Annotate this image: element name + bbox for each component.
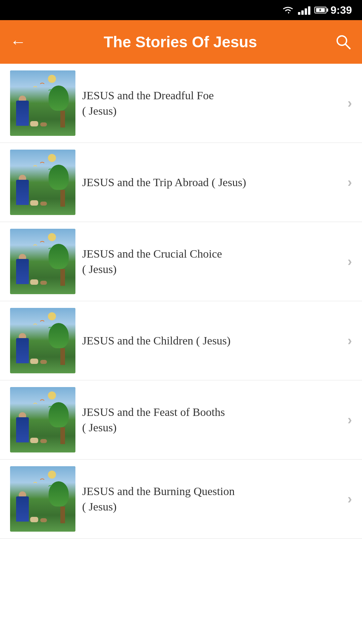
story-title: JESUS and the Feast of Booths( Jesus) — [75, 405, 344, 435]
story-title: JESUS and the Dreadful Foe( Jesus) — [75, 88, 344, 119]
story-thumbnail — [10, 229, 75, 294]
wifi-icon — [282, 5, 294, 15]
svg-point-5 — [48, 233, 56, 241]
chevron-right-icon: › — [348, 333, 352, 348]
list-item[interactable]: JESUS and the Trip Abroad ( Jesus) › — [0, 143, 362, 222]
status-time: 9:39 — [330, 4, 352, 16]
svg-point-7 — [48, 391, 56, 399]
status-icons: 9:39 — [282, 4, 352, 16]
story-title: JESUS and the Burning Question( Jesus) — [75, 484, 344, 515]
list-item[interactable]: JESUS and the Burning Question( Jesus) › — [0, 460, 362, 539]
story-title: JESUS and the Children ( Jesus) — [75, 333, 344, 348]
search-icon[interactable] — [335, 33, 352, 51]
battery-icon — [314, 7, 326, 13]
chevron-right-icon: › — [348, 254, 352, 269]
story-thumbnail — [10, 150, 75, 215]
svg-point-3 — [48, 75, 56, 83]
story-thumbnail — [10, 387, 75, 452]
svg-point-8 — [48, 471, 56, 479]
story-thumbnail — [10, 308, 75, 373]
svg-point-6 — [48, 312, 56, 320]
chevron-right-icon: › — [348, 175, 352, 190]
status-bar: 9:39 — [0, 0, 362, 20]
story-list: JESUS and the Dreadful Foe( Jesus) › — [0, 64, 362, 539]
story-thumbnail — [10, 70, 75, 136]
chevron-right-icon: › — [348, 491, 352, 506]
svg-point-4 — [48, 154, 56, 162]
back-button[interactable]: ← — [10, 34, 26, 50]
toolbar: ← The Stories Of Jesus — [0, 20, 362, 64]
page-title: The Stories Of Jesus — [26, 33, 335, 51]
chevron-right-icon: › — [348, 412, 352, 427]
svg-marker-0 — [319, 8, 321, 12]
story-title: JESUS and the Trip Abroad ( Jesus) — [75, 175, 344, 190]
chevron-right-icon: › — [348, 96, 352, 111]
list-item[interactable]: JESUS and the Feast of Booths( Jesus) › — [0, 380, 362, 460]
list-item[interactable]: JESUS and the Children ( Jesus) › — [0, 301, 362, 380]
story-thumbnail — [10, 466, 75, 532]
list-item[interactable]: JESUS and the Crucial Choice( Jesus) › — [0, 222, 362, 301]
signal-bars-icon — [298, 5, 310, 15]
story-title: JESUS and the Crucial Choice( Jesus) — [75, 246, 344, 277]
list-item[interactable]: JESUS and the Dreadful Foe( Jesus) › — [0, 64, 362, 143]
svg-line-2 — [345, 44, 350, 49]
